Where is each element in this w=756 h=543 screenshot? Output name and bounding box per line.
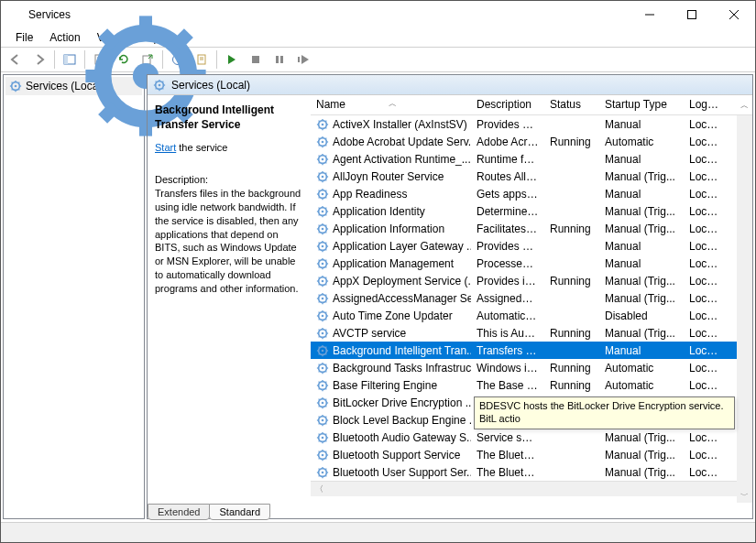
service-name: ActiveX Installer (AxInstSV) [333,118,467,131]
window-title: Services [28,8,71,21]
service-description: Provides Us... [471,118,544,131]
status-bar [1,522,755,542]
gear-icon [316,170,329,183]
tab-extended[interactable]: Extended [148,504,210,520]
scroll-down-icon[interactable]: ﹀ [738,488,751,503]
scroll-up-icon[interactable] [738,115,751,130]
selected-service-name: Background Intelligent Transfer Service [155,103,301,132]
restart-service-button[interactable] [292,49,314,70]
service-row[interactable]: AVCTP serviceThis is Audi...RunningManua… [311,324,752,342]
gear-icon [316,362,329,375]
service-name: AppX Deployment Service (... [333,275,471,288]
service-startup: Manual (Trig... [599,466,684,479]
start-service-suffix: the service [176,142,227,153]
service-logon: Local Se [684,170,728,183]
service-row[interactable]: Application InformationFacilitates t...R… [311,220,752,237]
service-description: Provides su... [471,240,544,253]
gear-icon [316,188,329,201]
service-logon: Local Sy [684,257,728,270]
view-tabs: Extended Standard [148,504,269,520]
service-row[interactable]: Application Layer Gateway ...Provides su… [311,237,752,255]
column-startup-type[interactable]: Startup Type [599,95,684,114]
service-startup: Manual (Trig... [599,170,684,183]
service-status: Running [544,379,599,392]
service-row[interactable]: AppX Deployment Service (...Provides inf… [311,272,752,289]
service-row[interactable]: Base Filtering EngineThe Base Fil...Runn… [311,376,752,394]
service-startup: Manual [599,240,684,253]
gear-icon [316,431,329,444]
service-description: The Base Fil... [471,379,544,392]
gear-icon [153,79,166,92]
service-logon: Local Sy [684,466,728,479]
service-row[interactable]: Bluetooth User Support Ser...The Bluetoo… [311,463,752,481]
service-description: Automatica... [471,310,544,322]
details-pane: Background Intelligent Transfer Service … [148,95,311,518]
gear-icon [316,466,329,479]
service-startup: Manual (Trig... [599,327,684,340]
results-header: Services (Local) [148,75,752,95]
service-name: Block Level Backup Engine ... [333,414,471,427]
service-row[interactable]: Bluetooth Support ServiceThe Bluetoo...M… [311,446,752,463]
gear-icon [316,292,329,305]
service-row[interactable]: Application IdentityDetermines ...Manual… [311,202,752,220]
service-name: Agent Activation Runtime_... [333,153,471,166]
service-name: Application Identity [333,205,425,218]
service-logon: Local Sy [684,188,728,201]
service-logon: Local Sy [684,362,728,375]
column-description[interactable]: Description [471,95,544,114]
service-startup: Manual (Trig... [599,205,684,218]
tab-standard[interactable]: Standard [209,504,270,520]
minimize-button[interactable] [629,1,671,28]
gear-icon [316,136,329,148]
service-row[interactable]: ActiveX Installer (AxInstSV)Provides Us.… [311,115,752,133]
service-row[interactable]: AllJoyn Router ServiceRoutes AllJo...Man… [311,168,752,185]
service-logon: Local Se [684,327,728,340]
service-row[interactable]: Auto Time Zone UpdaterAutomatica...Disab… [311,307,752,324]
maximize-button[interactable] [671,1,713,28]
vertical-scrollbar[interactable]: ﹀ [737,115,752,503]
service-logon: Local Sy [684,292,728,305]
service-row[interactable]: App ReadinessGets apps re...ManualLocal … [311,185,752,202]
description-text: Transfers files in the background using … [155,187,301,296]
gear-icon [316,379,329,392]
scroll-up-button[interactable]: ︿ [737,95,752,115]
service-row[interactable]: Background Intelligent Tran...Transfers … [311,342,752,359]
service-row[interactable]: Application ManagementProcesses in...Man… [311,255,752,272]
gear-icon [316,344,329,357]
scroll-left-icon[interactable]: 〈 [312,483,326,496]
service-name: Bluetooth Audio Gateway S... [333,431,471,444]
gear-icon [316,396,329,409]
service-name: Background Intelligent Tran... [333,344,471,357]
service-row[interactable]: Bluetooth Audio Gateway S...Service sup.… [311,429,752,446]
start-service-link[interactable]: Start [155,142,176,153]
column-status[interactable]: Status [544,95,599,114]
service-name: Bluetooth User Support Ser... [333,466,471,479]
svg-rect-11 [688,11,696,19]
service-startup: Disabled [599,310,684,322]
gear-icon [316,153,329,166]
service-name: AVCTP service [333,327,406,340]
service-logon: Local Sy [684,275,728,288]
service-name: BitLocker Drive Encryption ... [333,396,471,409]
service-row[interactable]: Adobe Acrobat Update Serv...Adobe Acro..… [311,133,752,150]
service-description: Routes AllJo... [471,170,544,183]
service-name: Application Management [333,257,454,270]
service-startup: Manual [599,188,684,201]
service-logon: Local Sy [684,223,728,235]
service-logon: Local Sy [684,153,728,166]
horizontal-scrollbar[interactable]: 〈 〉 [311,481,752,496]
service-row[interactable]: Background Tasks Infrastruc...Windows in… [311,359,752,376]
service-row[interactable]: Agent Activation Runtime_...Runtime for.… [311,150,752,168]
service-description: Gets apps re... [471,188,544,201]
service-startup: Manual [599,153,684,166]
service-startup: Manual (Trig... [599,431,684,444]
close-button[interactable] [713,1,755,28]
column-log-on-as[interactable]: Log On [684,95,728,114]
service-logon: Local Se [684,205,728,218]
svg-rect-29 [298,57,300,62]
service-row[interactable]: AssignedAccessManager Se...AssignedAc...… [311,289,752,307]
service-logon: Local Sy [684,118,728,131]
service-name: Base Filtering Engine [333,379,437,392]
service-description: The Bluetoo... [471,466,544,479]
results-header-title: Services (Local) [171,79,250,92]
